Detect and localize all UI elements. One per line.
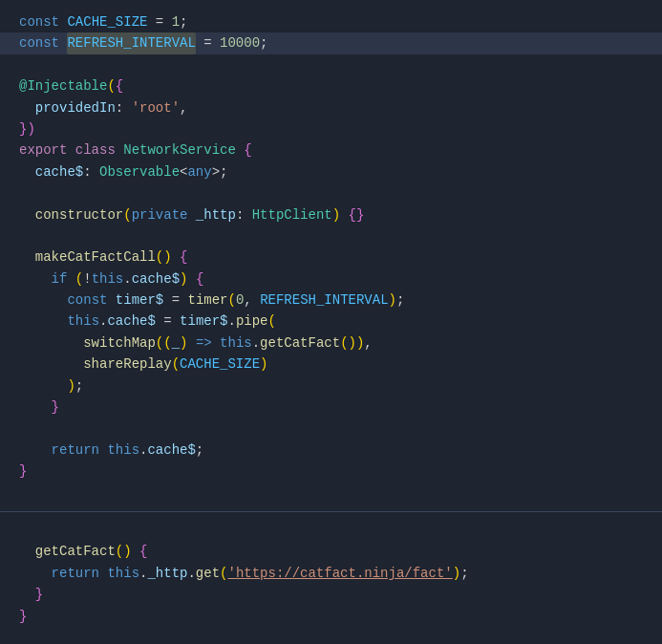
token-class: Observable	[99, 161, 180, 182]
code-line	[0, 520, 662, 541]
token-class: NetworkService	[123, 140, 244, 161]
token-prop: timer$	[116, 290, 163, 311]
token-prop: cache$	[107, 311, 155, 332]
token-method: timer	[187, 290, 227, 311]
token-keyword: return	[52, 440, 108, 461]
code-line: })	[0, 118, 662, 140]
token-number: 0	[236, 290, 244, 311]
token-plain	[187, 268, 195, 290]
token-const-name: REFRESH_INTERVAL	[260, 290, 388, 311]
code-line: @Injectable({	[0, 75, 662, 97]
token-brace: {}	[349, 204, 365, 225]
token-paren: (	[107, 75, 115, 97]
token-prop: cache$	[147, 440, 195, 461]
code-line: return this.cache$;	[0, 440, 662, 461]
token-method: constructor	[35, 204, 123, 225]
code-editor: const CACHE_SIZE = 1;const REFRESH_INTER…	[0, 0, 662, 644]
token-plain: =	[147, 11, 171, 32]
token-plain: ;	[460, 563, 468, 584]
code-line	[0, 182, 662, 204]
token-link: 'https://catfact.ninja/fact'	[227, 563, 452, 584]
token-paren: (	[268, 311, 276, 332]
token-brace: {	[139, 541, 147, 562]
token-class: HttpClient	[252, 204, 332, 225]
token-plain: =	[196, 32, 220, 54]
token-param: _	[172, 333, 180, 354]
code-line: return this._http.get('https://catfact.n…	[0, 563, 662, 584]
code-line: const CACHE_SIZE = 1;	[0, 11, 662, 32]
token-plain: .	[123, 268, 131, 290]
token-plain: ;	[75, 376, 83, 397]
token-keyword: if	[52, 268, 75, 290]
code-separator	[0, 511, 662, 512]
token-paren: ()	[340, 333, 356, 354]
token-paren: )	[260, 354, 267, 375]
token-brace: }	[19, 606, 27, 627]
token-keyword: private	[132, 204, 196, 225]
token-method: makeCatFactCall	[35, 247, 156, 268]
token-method: getCatFact	[260, 333, 340, 354]
token-keyword: this	[220, 333, 252, 354]
token-bright-kw: class	[75, 140, 123, 161]
code-line	[0, 418, 662, 439]
token-paren: )	[356, 333, 364, 354]
token-keyword: return	[52, 563, 108, 584]
token-plain	[132, 541, 139, 562]
code-line: }	[0, 397, 662, 418]
token-keyword: const	[67, 290, 115, 311]
code-line: cache$: Observable<any>;	[0, 161, 662, 182]
token-plain	[19, 290, 67, 311]
token-plain: ,	[364, 333, 372, 354]
token-paren: (	[228, 290, 236, 311]
token-const-name: CACHE_SIZE	[180, 354, 260, 375]
token-paren: )	[180, 268, 187, 290]
code-line: }	[0, 606, 662, 627]
token-keyword: this	[67, 311, 99, 332]
token-method: get	[196, 563, 220, 584]
token-paren: )	[67, 376, 75, 397]
token-plain	[19, 440, 52, 461]
token-keyword: this	[92, 268, 124, 290]
token-decorator: @Injectable	[19, 75, 107, 97]
code-line: makeCatFactCall() {	[0, 247, 662, 268]
token-plain: =	[163, 290, 187, 311]
token-method: pipe	[236, 311, 268, 332]
token-plain	[19, 268, 52, 290]
token-keyword: this	[107, 440, 139, 461]
token-paren: )	[180, 333, 187, 354]
token-plain	[19, 376, 67, 397]
token-brace: {	[196, 268, 203, 290]
token-plain	[340, 204, 348, 225]
code-line: const timer$ = timer(0, REFRESH_INTERVAL…	[0, 290, 662, 311]
token-plain	[19, 541, 35, 562]
token-brace: {	[244, 140, 251, 161]
code-line: shareReplay(CACHE_SIZE)	[0, 354, 662, 375]
token-plain: =	[156, 311, 180, 332]
token-plain	[19, 397, 52, 418]
token-prop: providedIn	[35, 97, 116, 118]
token-const-name: REFRESH_INTERVAL	[67, 32, 195, 54]
token-keyword: this	[107, 563, 139, 584]
token-prop: timer$	[180, 311, 227, 332]
code-line	[0, 54, 662, 75]
token-plain: ;	[260, 32, 267, 54]
token-paren: (	[220, 563, 227, 584]
token-plain	[19, 354, 83, 375]
token-plain	[19, 161, 35, 182]
code-line: getCatFact() {	[0, 541, 662, 562]
token-plain	[19, 311, 67, 332]
token-method: switchMap	[83, 333, 156, 354]
token-plain	[19, 333, 83, 354]
token-plain: .	[99, 311, 107, 332]
token-plain	[187, 333, 195, 354]
token-keyword: const	[19, 32, 67, 54]
token-plain: .	[228, 311, 236, 332]
token-method: shareReplay	[83, 354, 171, 375]
token-number: 10000	[220, 32, 260, 54]
token-plain: :	[236, 204, 252, 225]
token-paren: )	[389, 290, 396, 311]
token-string: 'root'	[132, 97, 180, 118]
token-bright-kw: export	[19, 140, 75, 161]
token-paren: (	[123, 204, 131, 225]
token-paren: )	[332, 204, 340, 225]
